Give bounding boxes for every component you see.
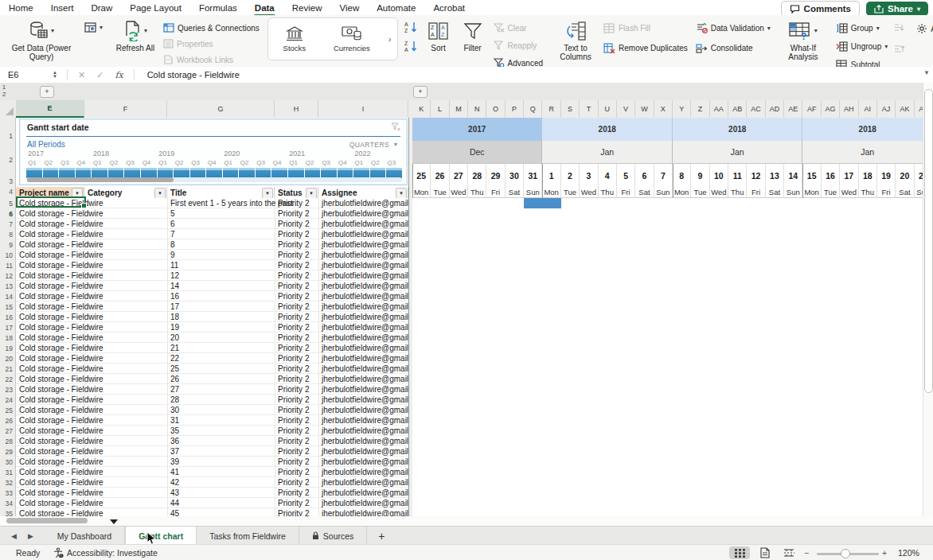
currencies-button[interactable]: Currencies xyxy=(329,25,375,52)
cell-title[interactable]: First event 1 - 5 years into the past xyxy=(170,198,293,208)
cell-title[interactable]: 31 xyxy=(170,415,179,426)
calendar-date-cell[interactable]: 16 xyxy=(822,164,840,187)
cell-status[interactable]: Priority 2 xyxy=(278,198,309,208)
slicer-quarter[interactable]: Q4 xyxy=(142,159,151,166)
row-header-gutter[interactable]: 1234567891011121314151617181920212223242… xyxy=(0,118,16,516)
calendar-date-cell[interactable]: 27 xyxy=(450,164,468,187)
column-header-V[interactable]: V xyxy=(617,100,635,118)
calendar-date-cell[interactable]: 25 xyxy=(412,164,431,187)
cell-assignee[interactable]: jherbulotfieldwire@gmail.com xyxy=(322,395,408,405)
cell-assignee[interactable]: jherbulotfieldwire@gmail.com xyxy=(322,301,408,312)
row-header-18[interactable]: 18 xyxy=(6,334,13,342)
row-header-23[interactable]: 23 xyxy=(6,386,13,394)
cell-status[interactable]: Priority 2 xyxy=(278,239,309,250)
share-button[interactable]: Share ▾ xyxy=(866,2,928,16)
enter-icon[interactable]: ✓ xyxy=(91,70,109,80)
calendar-day-cell[interactable]: Mon xyxy=(802,187,821,198)
cell-project[interactable]: Cold storage - Fieldwire xyxy=(19,322,103,332)
cell-project[interactable]: Cold storage - Fieldwire xyxy=(19,477,103,488)
fill-handle[interactable] xyxy=(81,203,87,208)
cell-assignee[interactable]: jherbulotfieldwire@gmail.com xyxy=(322,488,408,498)
table-source-button[interactable]: ▾ xyxy=(83,20,104,34)
calendar-date-cell[interactable]: 2 xyxy=(561,164,580,187)
formula-bar-expand-icon[interactable]: ▼ xyxy=(923,69,930,76)
column-header-X[interactable]: X xyxy=(654,100,673,118)
slicer-quarter[interactable]: Q3 xyxy=(61,159,69,166)
slicer-quarter[interactable]: Q3 xyxy=(387,159,396,166)
outline-levels[interactable]: 12 xyxy=(2,84,6,98)
cell-title[interactable]: 12 xyxy=(170,270,179,281)
filter-dropdown-assignee[interactable]: ▼ xyxy=(396,188,407,198)
cell-status[interactable]: Priority 2 xyxy=(278,457,309,467)
cell-assignee[interactable]: jherbulotfieldwire@gmail.com xyxy=(322,477,408,488)
cell-assignee[interactable]: jherbulotfieldwire@gmail.com xyxy=(322,374,408,384)
column-header-I[interactable]: I xyxy=(318,100,408,118)
slicer-quarter[interactable]: Q1 xyxy=(224,159,232,166)
gallery-more-button[interactable]: › xyxy=(386,34,394,44)
row-header-34[interactable]: 34 xyxy=(6,500,13,508)
row-header-24[interactable]: 24 xyxy=(6,396,13,404)
cell-title[interactable]: 35 xyxy=(170,426,179,436)
row-header-27[interactable]: 27 xyxy=(6,427,13,435)
cell-project[interactable]: Cold storage - Fieldwire xyxy=(19,384,103,395)
slicer-granularity[interactable]: QUARTERS xyxy=(349,141,389,149)
row-header-28[interactable]: 28 xyxy=(6,438,13,445)
menu-item-page-layout[interactable]: Page Layout xyxy=(121,2,190,14)
cell-project[interactable]: Cold storage - Fieldwire xyxy=(19,374,103,384)
cell-assignee[interactable]: jherbulotfieldwire@gmail.com xyxy=(322,250,408,260)
cell-title[interactable]: 17 xyxy=(170,301,179,312)
column-header-R[interactable]: R xyxy=(542,100,560,118)
column-header-E[interactable]: E xyxy=(16,100,84,118)
calendar-date-cell[interactable]: 31 xyxy=(524,164,542,187)
cell-assignee[interactable]: jherbulotfieldwire@gmail.com xyxy=(322,229,408,239)
row-header-22[interactable]: 22 xyxy=(6,375,13,383)
filter-button[interactable]: Filter xyxy=(459,18,487,53)
cell-project[interactable]: Cold storage - Fieldwire xyxy=(19,395,103,405)
slicer-quarter[interactable]: Q1 xyxy=(93,159,102,166)
slicer-quarter[interactable]: Q2 xyxy=(45,159,53,166)
cell-project[interactable]: Cold storage - Fieldwire xyxy=(19,301,103,312)
column-header-AE[interactable]: AE xyxy=(784,100,802,118)
calendar-day-cell[interactable]: Fri xyxy=(877,187,896,198)
cell-status[interactable]: Priority 2 xyxy=(278,332,309,343)
column-header-U[interactable]: U xyxy=(599,100,617,118)
sheet-nav-left-icon[interactable]: ◀ xyxy=(11,532,17,540)
sheet-tab-my-dashboard[interactable]: My Dashboard xyxy=(45,527,125,545)
cell-project[interactable]: Cold storage - Fieldwire xyxy=(19,229,103,239)
cell-title[interactable]: 20 xyxy=(170,332,179,343)
cancel-icon[interactable]: ✕ xyxy=(72,70,91,80)
selected-cell-outline[interactable] xyxy=(16,196,86,208)
calendar-day-cell[interactable]: Sun xyxy=(524,187,542,198)
row-header-21[interactable]: 21 xyxy=(6,365,13,373)
cell-status[interactable]: Priority 2 xyxy=(278,508,309,516)
calendar-date-cell[interactable]: 15 xyxy=(802,164,821,187)
row-header-12[interactable]: 12 xyxy=(6,272,13,280)
cell-assignee[interactable]: jherbulotfieldwire@gmail.com xyxy=(322,426,408,436)
slicer-quarter[interactable]: Q1 xyxy=(289,159,298,166)
outline-expand-button-right[interactable]: + xyxy=(413,86,427,98)
row-header-20[interactable]: 20 xyxy=(6,355,13,363)
slicer-quarter[interactable]: Q2 xyxy=(110,159,119,166)
column-header-S[interactable]: S xyxy=(561,100,580,118)
cell-project[interactable]: Cold storage - Fieldwire xyxy=(19,260,103,270)
cell-title[interactable]: 11 xyxy=(170,260,178,270)
cell-assignee[interactable]: jherbulotfieldwire@gmail.com xyxy=(322,208,408,219)
ungroup-button[interactable]: Ungroup ▾ xyxy=(834,39,889,53)
calendar-date-cell[interactable]: 20 xyxy=(896,164,914,187)
outline-expand-button-left[interactable]: + xyxy=(40,86,54,98)
gantt-bar[interactable] xyxy=(524,198,561,208)
column-header-Z[interactable]: Z xyxy=(691,100,709,118)
normal-view-button[interactable] xyxy=(729,546,750,559)
cell-status[interactable]: Priority 2 xyxy=(278,446,309,457)
calendar-day-cell[interactable]: Tue xyxy=(561,187,580,198)
cell-assignee[interactable]: jherbulotfieldwire@gmail.com xyxy=(322,446,408,457)
cell-assignee[interactable]: jherbulotfieldwire@gmail.com xyxy=(322,239,408,250)
cell-status[interactable]: Priority 2 xyxy=(278,426,309,436)
zoom-in-button[interactable]: + xyxy=(882,548,887,558)
cell-title[interactable]: 30 xyxy=(170,405,179,415)
menu-item-view[interactable]: View xyxy=(330,2,368,14)
calendar-date-cell[interactable]: 29 xyxy=(486,164,505,187)
calendar-date-cell[interactable]: 6 xyxy=(635,164,654,187)
cell-assignee[interactable]: jherbulotfieldwire@gmail.com xyxy=(322,281,408,291)
cell-status[interactable]: Priority 2 xyxy=(278,384,309,395)
